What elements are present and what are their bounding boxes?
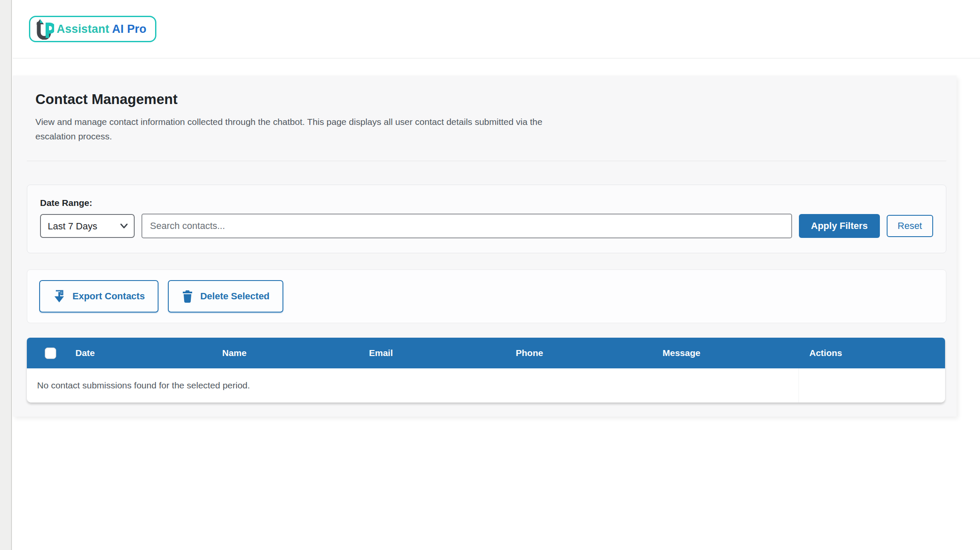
bulk-actions-section: Export Contacts Delete Selected <box>27 269 946 323</box>
search-input[interactable] <box>141 214 792 238</box>
column-header-email[interactable]: Email <box>358 348 505 358</box>
admin-left-rail <box>0 0 12 550</box>
date-range-label: Date Range: <box>40 198 933 208</box>
column-header-name[interactable]: Name <box>211 348 358 358</box>
actions-empty-cell <box>798 368 945 402</box>
page-title: Contact Management <box>35 91 946 108</box>
trash-icon <box>182 289 193 303</box>
download-icon <box>53 289 66 303</box>
empty-state-message: No contact submissions found for the sel… <box>27 368 798 402</box>
up-arrow-monogram-icon <box>35 18 54 40</box>
apply-filters-button[interactable]: Apply Filters <box>799 214 879 238</box>
column-header-phone[interactable]: Phone <box>505 348 652 358</box>
contacts-table-header: Date Name Email Phone Message Actions <box>27 338 945 368</box>
delete-selected-button[interactable]: Delete Selected <box>168 280 283 313</box>
column-header-message[interactable]: Message <box>651 348 798 358</box>
brand-name-ai-pro: AI Pro <box>112 23 147 35</box>
page-description: View and manage contact information coll… <box>35 115 581 144</box>
export-contacts-label: Export Contacts <box>72 291 145 302</box>
filters-row: Last 7 Days Apply Filters Reset <box>40 214 933 238</box>
brand-name-assistant: Assistant <box>57 23 112 35</box>
date-range-select[interactable]: Last 7 Days <box>40 214 135 238</box>
filters-section: Date Range: Last 7 Days Apply Filters Re… <box>27 185 946 253</box>
export-contacts-button[interactable]: Export Contacts <box>39 280 159 313</box>
date-range-select-wrap: Last 7 Days <box>40 214 135 238</box>
brand-logo: Assistant AI Pro <box>29 16 156 42</box>
column-header-actions: Actions <box>798 348 945 358</box>
reset-button[interactable]: Reset <box>887 215 933 237</box>
column-header-date[interactable]: Date <box>64 348 211 358</box>
contacts-table: Date Name Email Phone Message Actions No… <box>27 338 945 402</box>
select-all-checkbox[interactable] <box>45 347 56 359</box>
delete-selected-label: Delete Selected <box>200 291 270 302</box>
empty-state-row: No contact submissions found for the sel… <box>27 368 945 402</box>
brand-name: Assistant AI Pro <box>57 23 147 36</box>
section-divider <box>27 161 946 161</box>
contact-management-panel: Contact Management View and manage conta… <box>13 75 957 417</box>
top-bar: Assistant AI Pro <box>13 0 980 58</box>
select-all-cell <box>27 347 64 359</box>
